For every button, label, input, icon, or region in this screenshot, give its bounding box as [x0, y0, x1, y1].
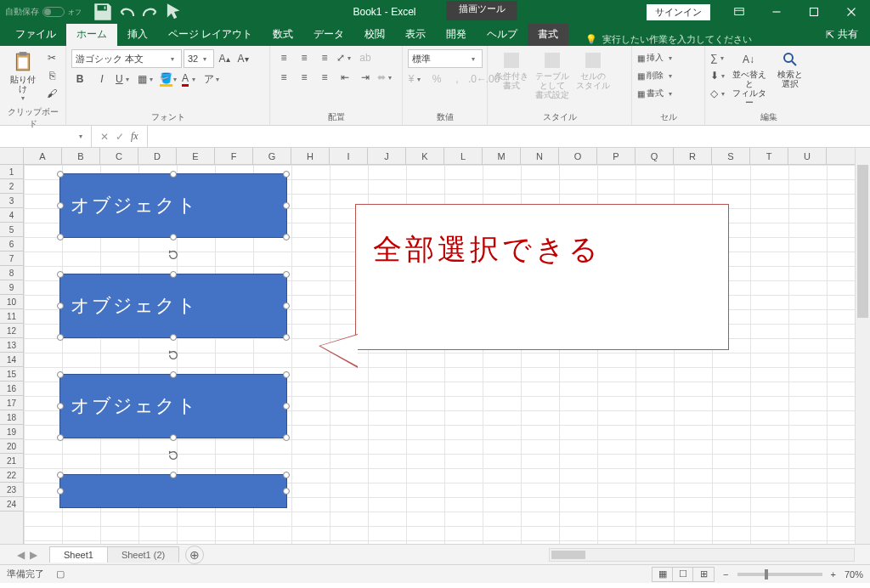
column-header[interactable]: E — [177, 148, 215, 164]
align-right-icon[interactable]: ≡ — [316, 69, 333, 86]
row-header[interactable]: 10 — [0, 295, 23, 309]
percent-icon[interactable]: % — [428, 71, 445, 88]
orientation-icon[interactable]: ⤢▾ — [336, 49, 353, 66]
row-header[interactable]: 4 — [0, 208, 23, 223]
worksheet-area[interactable]: ABCDEFGHIJKLMNOPQRSTU 123456789101112131… — [0, 148, 870, 544]
row-header[interactable]: 15 — [0, 367, 23, 382]
clear-icon[interactable]: ◇▾ — [710, 85, 727, 102]
column-header[interactable]: P — [597, 148, 636, 164]
autosave-toggle[interactable]: 自動保存 オフ — [0, 6, 87, 18]
horizontal-scrollbar[interactable] — [549, 548, 855, 562]
paste-button[interactable]: 貼り付け▾ — [5, 49, 40, 105]
tab-view[interactable]: 表示 — [395, 23, 436, 46]
row-header[interactable]: 13 — [0, 338, 23, 353]
column-header[interactable]: D — [138, 148, 177, 164]
border-icon[interactable]: ▦▾ — [138, 71, 155, 88]
row-header[interactable]: 6 — [0, 237, 23, 252]
row-header[interactable]: 21 — [0, 454, 23, 468]
fill-color-icon[interactable]: 🪣▾ — [160, 71, 177, 88]
column-header[interactable]: T — [750, 148, 788, 164]
indent-decrease-icon[interactable]: ⇤ — [336, 69, 353, 86]
tab-insert[interactable]: 挿入 — [117, 23, 158, 46]
number-format-combo[interactable]: 標準▾ — [408, 49, 483, 68]
row-header[interactable]: 19 — [0, 425, 23, 439]
column-header[interactable]: N — [521, 148, 559, 164]
cut-icon[interactable]: ✂ — [43, 49, 60, 66]
maximize-icon[interactable] — [795, 0, 833, 24]
column-header[interactable]: A — [24, 148, 62, 164]
tab-data[interactable]: データ — [303, 23, 354, 46]
vertical-scrollbar[interactable] — [855, 148, 870, 544]
row-header[interactable]: 20 — [0, 439, 23, 454]
signin-button[interactable]: サインイン — [647, 4, 710, 20]
conditional-format-button[interactable]: 条件付き 書式 — [493, 49, 530, 92]
column-header[interactable]: U — [788, 148, 827, 164]
enter-formula-icon[interactable]: ✓ — [116, 131, 124, 143]
cursor-icon[interactable] — [163, 2, 185, 22]
tab-file[interactable]: ファイル — [5, 23, 66, 46]
zoom-slider[interactable] — [737, 573, 822, 576]
indent-increase-icon[interactable]: ⇥ — [357, 69, 374, 86]
format-as-table-button[interactable]: テーブルとして 書式設定 — [534, 49, 571, 101]
add-sheet-button[interactable]: ⊕ — [185, 546, 204, 564]
zoom-level[interactable]: 70% — [845, 569, 863, 580]
underline-icon[interactable]: U▾ — [116, 71, 133, 88]
align-left-icon[interactable]: ≡ — [275, 69, 292, 86]
font-size-combo[interactable]: 32▾ — [184, 49, 214, 68]
tab-developer[interactable]: 開発 — [436, 23, 477, 46]
row-header[interactable]: 12 — [0, 324, 23, 338]
macro-record-icon[interactable]: ▢ — [56, 568, 65, 580]
fx-icon[interactable]: fx — [131, 130, 138, 143]
minimize-icon[interactable] — [758, 0, 795, 24]
undo-icon[interactable] — [116, 2, 138, 22]
delete-cells-button[interactable]: ▦ 削除 ▾ — [637, 67, 675, 84]
next-sheet-icon[interactable]: ▶ — [30, 549, 37, 561]
increase-decimal-icon[interactable]: .0← — [469, 71, 486, 88]
find-select-button[interactable]: 検索と 選択 — [771, 49, 809, 90]
column-header[interactable]: F — [215, 148, 253, 164]
align-center-icon[interactable]: ≡ — [296, 69, 313, 86]
row-header[interactable]: 7 — [0, 252, 23, 266]
tell-me-search[interactable]: 💡 実行したい作業を入力してください — [577, 33, 760, 46]
close-icon[interactable] — [833, 0, 870, 24]
shape-object-4[interactable] — [59, 474, 287, 508]
comma-icon[interactable]: , — [449, 71, 466, 88]
format-cells-button[interactable]: ▦ 書式 ▾ — [637, 85, 675, 102]
shape-object-1[interactable]: オブジェクト — [59, 173, 287, 238]
copy-icon[interactable]: ⎘ — [43, 67, 60, 84]
column-header[interactable]: J — [368, 148, 406, 164]
rotate-handle-icon[interactable] — [167, 444, 179, 456]
shape-object-2[interactable]: オブジェクト — [59, 274, 287, 338]
redo-icon[interactable] — [139, 2, 161, 22]
autosum-icon[interactable]: ∑▾ — [710, 49, 727, 66]
phonetic-icon[interactable]: ア▾ — [204, 71, 221, 88]
formula-input[interactable] — [148, 126, 870, 147]
ribbon-options-icon[interactable] — [720, 0, 758, 24]
tab-home[interactable]: ホーム — [66, 23, 117, 46]
align-middle-icon[interactable]: ≡ — [296, 49, 313, 66]
fill-icon[interactable]: ⬇▾ — [710, 67, 727, 84]
row-header[interactable]: 18 — [0, 410, 23, 425]
row-header[interactable]: 24 — [0, 497, 23, 512]
tab-review[interactable]: 校閲 — [354, 23, 395, 46]
column-header[interactable]: R — [674, 148, 712, 164]
shape-object-3[interactable]: オブジェクト — [59, 374, 287, 438]
zoom-in-icon[interactable]: + — [831, 569, 836, 580]
row-header[interactable]: 22 — [0, 468, 23, 483]
format-painter-icon[interactable]: 🖌 — [43, 85, 60, 102]
column-header[interactable]: S — [712, 148, 750, 164]
column-header[interactable]: O — [559, 148, 597, 164]
wrap-text-icon[interactable]: ab — [357, 49, 374, 66]
italic-icon[interactable]: I — [93, 71, 110, 88]
merge-icon[interactable]: ⬌▾ — [377, 69, 394, 86]
row-header[interactable]: 5 — [0, 223, 23, 237]
column-header[interactable]: L — [444, 148, 483, 164]
sort-filter-button[interactable]: A↓並べ替えと フィルター — [731, 49, 768, 109]
share-button[interactable]: ⇱ 共有 — [814, 23, 870, 46]
row-headers[interactable]: 123456789101112131415161718192021222324 — [0, 165, 24, 544]
column-header[interactable]: I — [330, 148, 368, 164]
increase-font-icon[interactable]: A▴ — [216, 50, 233, 67]
page-break-view-icon[interactable]: ⊞ — [693, 568, 714, 581]
cell-styles-button[interactable]: セルの スタイル — [574, 49, 612, 92]
save-icon[interactable] — [92, 2, 114, 22]
